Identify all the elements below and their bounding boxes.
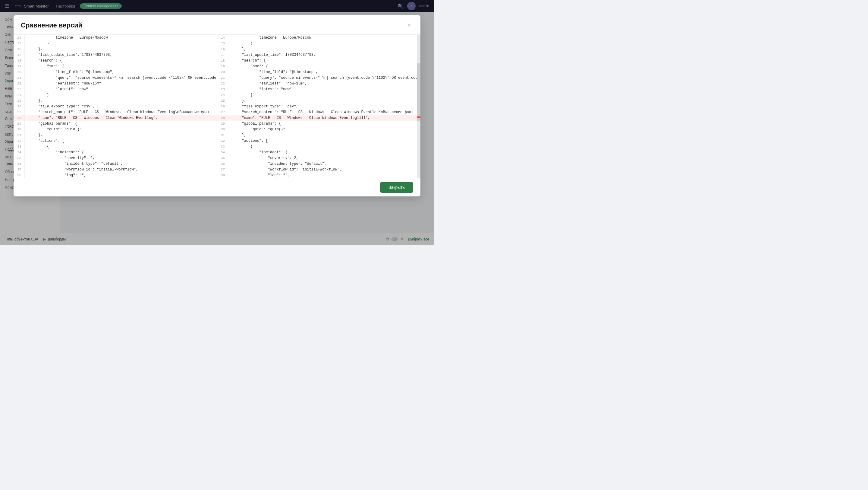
- line-change-indicator: [228, 58, 231, 63]
- line-number: 20: [217, 69, 228, 75]
- line-number: 21: [217, 75, 228, 81]
- line-change-indicator: [228, 155, 231, 161]
- line-number: 15: [217, 40, 228, 46]
- line-change-indicator: [228, 52, 231, 58]
- scrollbar-thumb[interactable]: [417, 63, 421, 121]
- line-change-indicator: [24, 35, 28, 40]
- line-change-indicator: [24, 161, 28, 167]
- line-content: "guid": "guid()": [231, 126, 421, 132]
- line-number: 20: [13, 69, 24, 75]
- line-number: 36: [217, 161, 228, 167]
- line-content: "last_update_time": 1703344637793,: [28, 52, 217, 58]
- line-number: 22: [217, 81, 228, 86]
- line-change-indicator: [24, 132, 28, 138]
- line-change-indicator: [24, 46, 28, 52]
- line-number: 30: [217, 126, 228, 132]
- line-number: 24: [217, 92, 228, 98]
- line-content: "global_params": {: [28, 121, 217, 126]
- line-change-indicator: [24, 92, 28, 98]
- line-change-indicator: [228, 149, 231, 155]
- line-content: "incident": {: [28, 149, 217, 155]
- diff-panel-right[interactable]: 14 timezone = Europe/Moscow15 }16 },17 "…: [217, 35, 421, 178]
- line-change-indicator: [24, 172, 28, 178]
- line-content: }: [231, 92, 421, 98]
- line-change-indicator: [24, 58, 28, 63]
- line-change-indicator: [24, 155, 28, 161]
- diff-marker: [417, 116, 421, 118]
- line-change-indicator: [24, 167, 28, 172]
- line-number: 14: [217, 35, 228, 40]
- line-number: 29: [217, 121, 228, 126]
- line-number: 35: [13, 155, 24, 161]
- line-number: 14: [13, 35, 24, 40]
- line-number: 29: [13, 121, 24, 126]
- line-change-indicator: [228, 63, 231, 69]
- line-content: "workflow_id": "initial-workflow",: [28, 167, 217, 172]
- line-change-indicator: [24, 40, 28, 46]
- line-number: 18: [217, 58, 228, 63]
- line-content: "file_export_type": "csv",: [231, 104, 421, 109]
- line-content: "earliest": "now-15m",: [231, 81, 421, 86]
- line-content: "last_update_time": 1703344637793,: [231, 52, 421, 58]
- line-content: "search_content": "RULE – CS – Windows –…: [231, 109, 421, 115]
- line-content: timezone = Europe/Moscow: [231, 35, 421, 40]
- line-change-indicator: [228, 138, 231, 144]
- line-number: 38: [13, 172, 24, 178]
- line-change-indicator: [24, 52, 28, 58]
- line-content: },: [231, 46, 421, 52]
- line-number: 34: [13, 149, 24, 155]
- diff-panel-left[interactable]: 14 timezone = Europe/Moscow15 }16 },17 "…: [13, 35, 217, 178]
- line-change-indicator: [228, 35, 231, 40]
- line-content: }: [28, 40, 217, 46]
- modal-footer: Закрыть: [13, 178, 421, 196]
- modal-body: 14 timezone = Europe/Moscow15 }16 },17 "…: [13, 35, 421, 178]
- line-change-indicator: [228, 167, 231, 172]
- line-number: 38: [217, 172, 228, 178]
- diff-table-left: 14 timezone = Europe/Moscow15 }16 },17 "…: [13, 35, 217, 178]
- line-number: 15: [13, 40, 24, 46]
- line-change-indicator: -: [24, 115, 28, 121]
- line-change-indicator: [228, 104, 231, 109]
- line-number: 17: [217, 52, 228, 58]
- line-change-indicator: [24, 149, 28, 155]
- line-change-indicator: [228, 126, 231, 132]
- version-compare-modal: Сравнение версий × 14 timezone = Europe/…: [13, 15, 421, 196]
- line-content: },: [231, 98, 421, 104]
- line-change-indicator: [228, 69, 231, 75]
- line-content: "global_params": {: [231, 121, 421, 126]
- line-number: 19: [217, 63, 228, 69]
- line-number: 27: [217, 109, 228, 115]
- line-content: }: [231, 40, 421, 46]
- line-content: },: [28, 46, 217, 52]
- line-change-indicator: [228, 81, 231, 86]
- line-change-indicator: [228, 172, 231, 178]
- close-button[interactable]: Закрыть: [380, 182, 413, 193]
- diff-table-right: 14 timezone = Europe/Moscow15 }16 },17 "…: [217, 35, 421, 178]
- scrollbar-track[interactable]: [417, 35, 421, 178]
- line-number: 34: [217, 149, 228, 155]
- line-change-indicator: [228, 121, 231, 126]
- line-number: 23: [13, 86, 24, 92]
- line-number: 28: [217, 115, 228, 121]
- line-number: 25: [13, 98, 24, 104]
- line-number: 28: [13, 115, 24, 121]
- line-content: "log": "",: [28, 172, 217, 178]
- line-content: "search": {: [28, 58, 217, 63]
- line-change-indicator: [228, 132, 231, 138]
- line-change-indicator: +: [228, 115, 231, 121]
- line-change-indicator: [228, 98, 231, 104]
- line-number: 22: [13, 81, 24, 86]
- modal-close-button[interactable]: ×: [405, 21, 413, 30]
- line-number: 16: [217, 46, 228, 52]
- line-change-indicator: [24, 104, 28, 109]
- line-content: "incident_type": "default",: [231, 161, 421, 167]
- modal-overlay: Сравнение версий × 14 timezone = Europe/…: [0, 0, 434, 245]
- line-content: "earliest": "now-15m",: [28, 81, 217, 86]
- line-content: "query": "source winevents-* \n| search …: [28, 75, 217, 81]
- line-number: 35: [217, 155, 228, 161]
- line-content: "file_export_type": "csv",: [28, 104, 217, 109]
- line-change-indicator: [228, 109, 231, 115]
- line-number: 36: [13, 161, 24, 167]
- line-change-indicator: [24, 75, 28, 81]
- line-content: "incident": {: [231, 149, 421, 155]
